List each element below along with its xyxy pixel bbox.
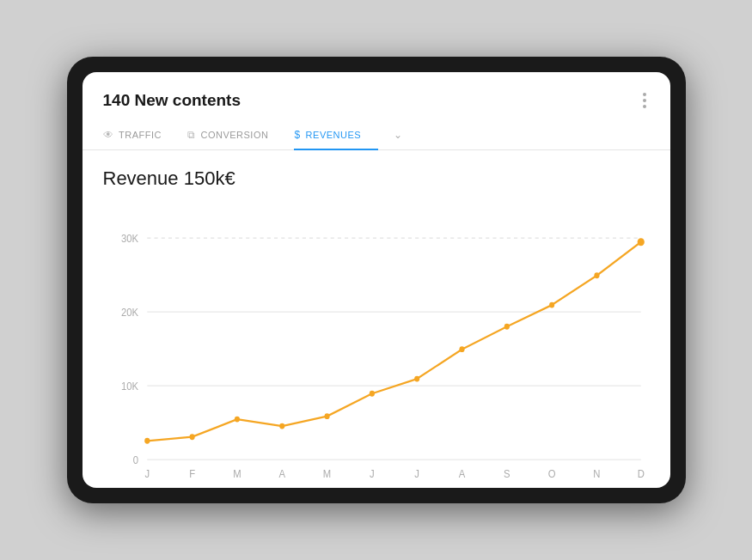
tab-revenues-label: REVENUES — [306, 130, 362, 140]
svg-text:0: 0 — [132, 453, 138, 466]
card-title: 140 New contents — [103, 91, 241, 110]
svg-text:N: N — [593, 467, 600, 479]
tab-traffic-label: TRAFFIC — [119, 130, 162, 140]
svg-point-19 — [637, 238, 644, 246]
tablet-screen: 140 New contents 👁 TRAFFIC ⧉ CONVERSION … — [83, 72, 670, 488]
svg-point-11 — [279, 423, 284, 429]
svg-text:A: A — [458, 467, 465, 479]
svg-point-9 — [189, 434, 194, 440]
svg-text:M: M — [233, 467, 241, 479]
svg-point-16 — [504, 324, 509, 330]
svg-point-15 — [459, 346, 464, 352]
chart-area: Revenue 150k€ 30K 20K — [83, 150, 670, 488]
svg-point-8 — [144, 438, 150, 444]
svg-text:J: J — [414, 467, 419, 479]
svg-point-12 — [324, 413, 329, 419]
svg-text:O: O — [547, 467, 555, 479]
svg-text:J: J — [370, 467, 375, 479]
more-options-icon[interactable] — [639, 89, 650, 112]
svg-text:J: J — [144, 467, 150, 479]
tab-traffic[interactable]: 👁 TRAFFIC — [103, 120, 179, 149]
svg-point-14 — [414, 376, 419, 382]
dollar-icon: $ — [294, 129, 300, 141]
revenue-chart: 30K 20K 10K 0 — [103, 204, 650, 479]
svg-text:A: A — [278, 467, 285, 479]
tab-conversion-label: CONVERSION — [200, 130, 268, 140]
svg-text:20K: 20K — [120, 306, 138, 319]
svg-point-10 — [234, 417, 239, 423]
dropdown-icon[interactable]: ⌄ — [394, 129, 402, 141]
chart-title: Revenue 150k€ — [103, 167, 650, 190]
svg-text:S: S — [504, 467, 511, 479]
svg-text:30K: 30K — [120, 232, 138, 245]
tablet-frame: 140 New contents 👁 TRAFFIC ⧉ CONVERSION … — [67, 57, 686, 503]
svg-text:F: F — [189, 467, 195, 479]
tab-bar: 👁 TRAFFIC ⧉ CONVERSION $ REVENUES ⌄ — [83, 120, 670, 150]
svg-point-18 — [594, 272, 599, 278]
svg-text:10K: 10K — [120, 380, 138, 393]
svg-point-13 — [369, 391, 374, 397]
eye-icon: 👁 — [103, 129, 114, 141]
conversion-icon: ⧉ — [187, 129, 196, 141]
svg-text:M: M — [322, 467, 330, 479]
svg-point-17 — [549, 302, 554, 308]
tab-conversion[interactable]: ⧉ CONVERSION — [187, 120, 285, 149]
svg-text:D: D — [637, 467, 644, 479]
chart-container: 30K 20K 10K 0 — [103, 204, 650, 479]
card-header: 140 New contents — [83, 72, 670, 120]
tab-revenues[interactable]: $ REVENUES — [294, 120, 378, 149]
